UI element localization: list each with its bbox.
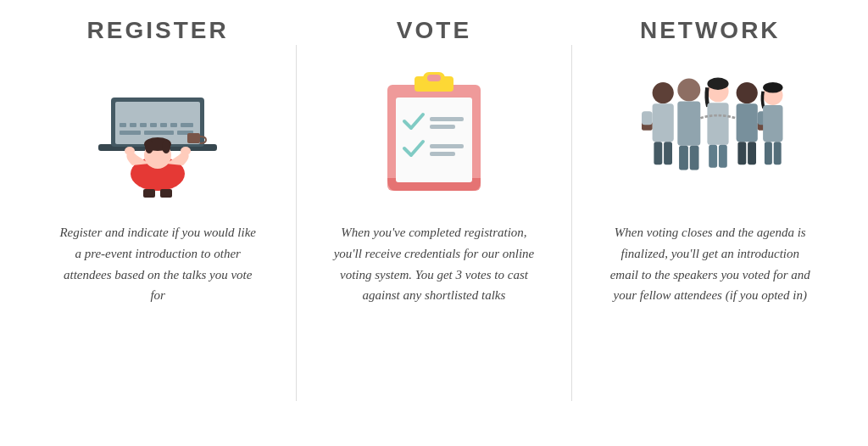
svg-point-48 <box>736 82 757 103</box>
divider-2 <box>571 45 572 401</box>
svg-rect-4 <box>130 123 136 127</box>
svg-rect-33 <box>652 103 673 142</box>
svg-rect-7 <box>160 123 167 127</box>
svg-point-19 <box>145 140 153 153</box>
svg-rect-22 <box>160 189 172 198</box>
network-column: NETWORK <box>583 17 837 306</box>
svg-point-32 <box>652 82 673 103</box>
vote-column: VOTE <box>307 17 561 306</box>
svg-point-16 <box>181 147 191 155</box>
register-icon <box>81 59 234 203</box>
network-description: When voting closes and the agenda is fin… <box>609 222 812 306</box>
svg-point-15 <box>125 147 135 155</box>
svg-rect-38 <box>642 111 653 125</box>
svg-point-39 <box>677 78 700 101</box>
svg-rect-9 <box>181 123 193 127</box>
vote-icon <box>358 59 510 203</box>
svg-rect-47 <box>719 145 727 168</box>
svg-rect-26 <box>427 75 441 81</box>
svg-rect-13 <box>187 133 200 143</box>
svg-rect-40 <box>677 101 700 145</box>
svg-rect-34 <box>654 142 662 164</box>
svg-rect-6 <box>150 123 157 127</box>
svg-rect-50 <box>737 142 746 164</box>
svg-rect-5 <box>140 123 147 127</box>
svg-rect-28 <box>430 117 464 121</box>
register-description: Register and indicate if you would like … <box>56 222 259 306</box>
main-container: REGISTER <box>0 0 868 446</box>
svg-point-44 <box>707 78 728 90</box>
svg-rect-31 <box>430 152 455 156</box>
vote-description: When you've completed registration, you'… <box>332 222 536 306</box>
network-title: NETWORK <box>640 17 781 44</box>
divider-1 <box>296 45 297 401</box>
svg-rect-59 <box>773 142 781 164</box>
svg-rect-35 <box>664 142 672 164</box>
svg-rect-8 <box>170 123 177 127</box>
svg-rect-41 <box>679 146 688 170</box>
svg-rect-57 <box>763 105 782 142</box>
svg-rect-27 <box>396 98 472 182</box>
svg-rect-30 <box>430 144 464 148</box>
vote-title: VOTE <box>397 17 471 44</box>
svg-rect-51 <box>748 142 756 164</box>
register-title: REGISTER <box>87 17 229 44</box>
register-column: REGISTER <box>31 17 285 306</box>
svg-point-56 <box>763 82 782 93</box>
svg-rect-10 <box>120 131 141 135</box>
svg-rect-29 <box>430 125 455 129</box>
svg-rect-46 <box>709 145 717 168</box>
svg-rect-42 <box>689 146 698 170</box>
svg-rect-3 <box>120 123 126 127</box>
network-icon <box>634 59 787 203</box>
svg-rect-45 <box>707 103 728 145</box>
svg-point-20 <box>162 140 170 153</box>
svg-rect-58 <box>765 142 772 164</box>
svg-rect-49 <box>736 103 757 142</box>
svg-rect-11 <box>144 131 174 135</box>
svg-rect-21 <box>143 189 155 198</box>
